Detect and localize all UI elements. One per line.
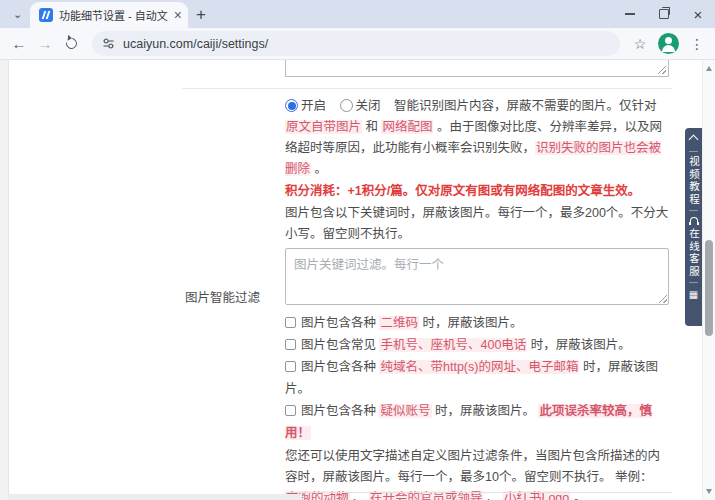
checkbox-row-phone[interactable]: 图片包含常见 手机号、座机号、400电话 时，屏蔽该图片。 <box>285 334 669 356</box>
floating-help-panel[interactable]: 视频教程 在线客服 ▦ <box>685 128 702 326</box>
qr-code-icon[interactable]: ▦ <box>689 290 698 300</box>
new-tab-button[interactable]: + <box>196 6 206 23</box>
bookmark-star-button[interactable]: ☆ <box>628 32 652 56</box>
form-main-column: 开启 关闭 智能识别图片内容，屏蔽不需要的图片。仅针对 原文自带图片 和 网络配… <box>285 96 669 500</box>
checkbox-icon[interactable] <box>285 361 296 372</box>
tab-title: 功能细节设置 - 自动文章采集 <box>59 7 168 23</box>
checkbox-row-qrcode[interactable]: 图片包含各种 二维码 时，屏蔽该图片。 <box>285 312 669 334</box>
panel-divider <box>689 151 698 152</box>
browser-toolbar: ← → ucaiyun.com/caiji/settings/ ☆ ⋮ <box>0 28 715 60</box>
minimize-button[interactable] <box>613 0 647 28</box>
forward-button[interactable]: → <box>32 31 58 57</box>
checkbox-row-suspected-account[interactable]: 图片包含各种 疑似账号 时，屏蔽该图片。 此项误杀率较高，慎用！ <box>285 400 669 444</box>
scrollbar-up-arrow[interactable] <box>706 66 712 71</box>
keyword-filter-hint: 图片包含以下关键词时，屏蔽该图片。每行一个，最多200个。不分大小写。留空则不执… <box>285 203 669 245</box>
radio-option-off[interactable]: 关闭 <box>340 99 381 113</box>
tab-search-button[interactable]: ⌄ <box>9 6 26 23</box>
headset-icon <box>689 217 699 225</box>
chevron-up-icon[interactable] <box>689 135 699 145</box>
site-settings-icon <box>102 37 115 50</box>
form-row-divider <box>182 88 672 89</box>
online-service-link[interactable]: 在线客服 <box>685 228 702 278</box>
tab-close-icon[interactable]: × <box>174 8 182 22</box>
checkbox-icon[interactable] <box>285 405 296 416</box>
radio-on-icon[interactable] <box>285 99 298 112</box>
restore-icon <box>659 9 669 19</box>
left-edge-strip <box>0 60 9 500</box>
panel-divider <box>689 282 698 283</box>
close-button[interactable]: × <box>681 0 715 28</box>
checkbox-icon[interactable] <box>285 339 296 350</box>
back-button[interactable]: ← <box>6 31 32 57</box>
checkbox-icon[interactable] <box>285 317 296 328</box>
address-bar[interactable]: ucaiyun.com/caiji/settings/ <box>92 31 620 56</box>
textarea-partial-top[interactable] <box>285 60 669 77</box>
reload-button[interactable] <box>58 31 84 57</box>
scrollbar-down-arrow[interactable] <box>706 489 712 494</box>
scrollbar-thumb[interactable] <box>705 240 713 336</box>
form-row-divider-bottom <box>285 492 672 493</box>
page-scrollbar[interactable] <box>702 60 715 500</box>
bottom-edge-strip <box>8 494 302 500</box>
video-tutorial-link[interactable]: 视频教程 <box>685 156 702 206</box>
minimize-icon <box>625 13 635 14</box>
tab-favicon-icon <box>39 8 53 22</box>
reload-icon <box>63 35 78 50</box>
close-icon: × <box>694 7 703 22</box>
browser-tab[interactable]: 功能细节设置 - 自动文章采集 × <box>30 2 188 28</box>
image-filter-checkbox-group: 图片包含各种 二维码 时，屏蔽该图片。 图片包含常见 手机号、座机号、400电话… <box>285 312 669 444</box>
restore-button[interactable] <box>647 0 681 28</box>
menu-kebab-button[interactable]: ⋮ <box>685 32 709 56</box>
profile-avatar[interactable] <box>658 33 679 54</box>
tab-strip: ⌄ 功能细节设置 - 自动文章采集 × + × <box>0 0 715 28</box>
radio-option-on[interactable]: 开启 <box>285 99 326 113</box>
panel-divider <box>689 210 698 211</box>
resize-handle-icon[interactable] <box>657 65 666 74</box>
window-controls: × <box>613 0 715 28</box>
page-content: 图片智能过滤 开启 关闭 智能识别图片内容，屏蔽不需要的图片。仅针对 原文自带图… <box>0 60 715 500</box>
checkbox-row-domain-email[interactable]: 图片包含各种 纯域名、带http(s)的网址、电子邮箱 时，屏蔽该图片。 <box>285 356 669 400</box>
points-cost-note: 积分消耗：+1积分/篇。仅对原文有图或有网络配图的文章生效。 <box>285 181 669 202</box>
chevron-down-icon: ⌄ <box>13 8 22 20</box>
row-label-image-smart-filter: 图片智能过滤 <box>185 287 260 306</box>
radio-off-icon[interactable] <box>340 99 353 112</box>
smart-recognition-paragraph: 开启 关闭 智能识别图片内容，屏蔽不需要的图片。仅针对 原文自带图片 和 网络配… <box>285 96 669 180</box>
keyword-filter-textarea[interactable] <box>285 248 669 305</box>
keyword-filter-field-wrap <box>285 248 669 305</box>
url-text: ucaiyun.com/caiji/settings/ <box>123 37 268 51</box>
browser-window: ⌄ 功能细节设置 - 自动文章采集 × + × ← → ucaiyun.com/… <box>0 0 715 500</box>
